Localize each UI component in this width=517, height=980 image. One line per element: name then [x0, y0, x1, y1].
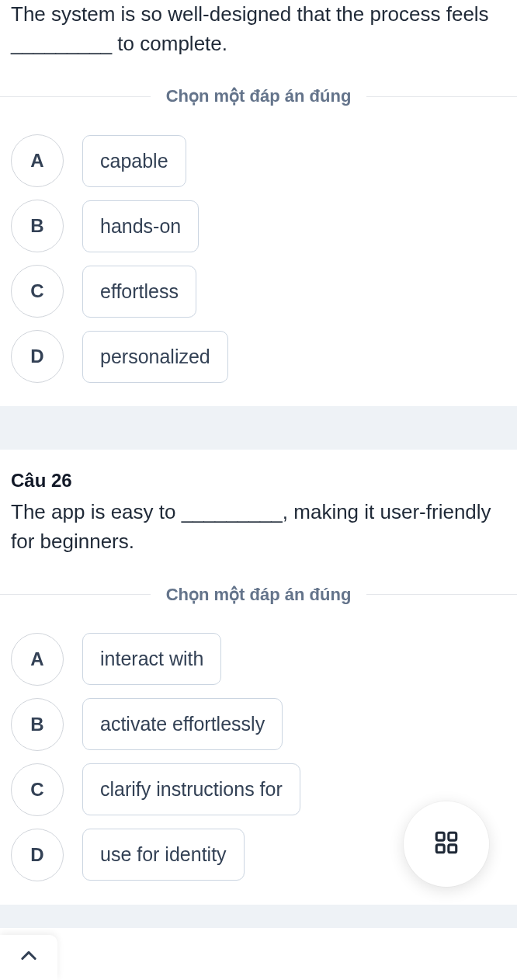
- divider-line: [0, 594, 151, 595]
- option-letter: C: [11, 763, 64, 816]
- menu-fab[interactable]: [404, 801, 489, 887]
- grid-icon: [433, 829, 460, 859]
- option-letter: D: [11, 829, 64, 881]
- option-letter: B: [11, 698, 64, 751]
- instruction-label: Chọn một đáp án đúng: [151, 86, 367, 106]
- divider-line: [366, 594, 517, 595]
- question-text: The app is easy to _________, making it …: [11, 498, 506, 556]
- options-list: A capable B hands-on C effortless D pers…: [11, 134, 506, 383]
- svg-rect-0: [436, 832, 444, 840]
- option-a[interactable]: A capable: [11, 134, 506, 187]
- question-title: Câu 26: [11, 470, 506, 492]
- option-text: interact with: [82, 633, 221, 685]
- option-text: hands-on: [82, 200, 199, 252]
- option-text: effortless: [82, 266, 196, 318]
- option-c[interactable]: C effortless: [11, 265, 506, 318]
- bottom-strip: [0, 905, 517, 928]
- question-block-25: The system is so well-designed that the …: [0, 0, 517, 406]
- svg-rect-2: [436, 845, 444, 853]
- question-text: The system is so well-designed that the …: [11, 0, 506, 58]
- option-a[interactable]: A interact with: [11, 633, 506, 686]
- option-d[interactable]: D personalized: [11, 330, 506, 383]
- option-letter: A: [11, 134, 64, 187]
- option-text: clarify instructions for: [82, 763, 300, 815]
- section-gap: [0, 406, 517, 450]
- option-letter: C: [11, 265, 64, 318]
- option-letter: D: [11, 330, 64, 383]
- option-b[interactable]: B hands-on: [11, 200, 506, 252]
- divider-line: [366, 96, 517, 97]
- svg-rect-1: [449, 832, 456, 840]
- svg-rect-3: [449, 845, 456, 853]
- option-b[interactable]: B activate effortlessly: [11, 698, 506, 751]
- divider-line: [0, 96, 151, 97]
- option-letter: B: [11, 200, 64, 252]
- option-text: personalized: [82, 331, 228, 383]
- option-letter: A: [11, 633, 64, 686]
- option-text: capable: [82, 135, 186, 187]
- option-text: activate effortlessly: [82, 698, 283, 750]
- instruction-divider: Chọn một đáp án đúng: [0, 86, 517, 106]
- option-text: use for identity: [82, 829, 245, 881]
- instruction-label: Chọn một đáp án đúng: [151, 585, 367, 605]
- instruction-divider: Chọn một đáp án đúng: [0, 585, 517, 605]
